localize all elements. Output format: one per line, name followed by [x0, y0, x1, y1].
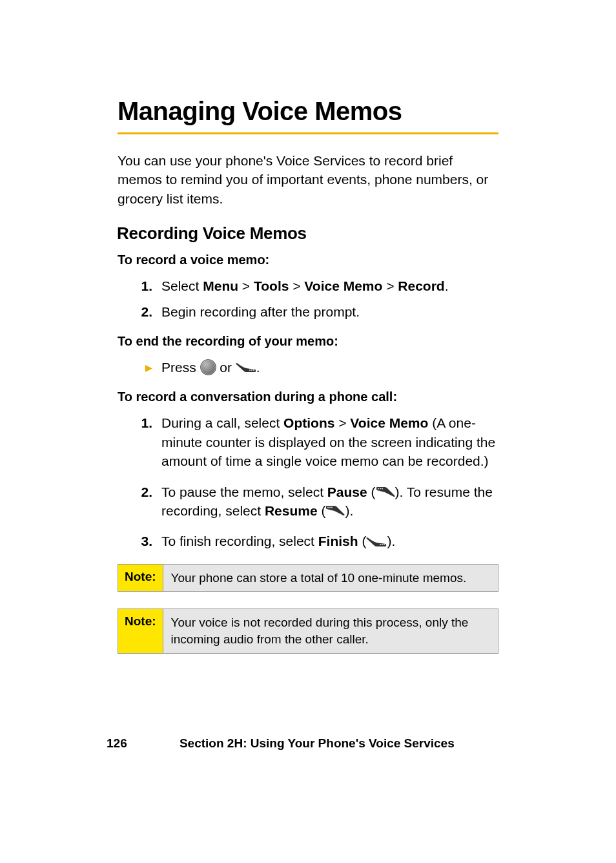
- ok-button-icon: [200, 359, 216, 375]
- paren: (: [318, 503, 326, 518]
- step-number: 1.: [128, 413, 161, 470]
- page-content: Managing Voice Memos You can use your ph…: [118, 97, 498, 671]
- page-footer: 126 Section 2H: Using Your Phone's Voice…: [107, 736, 507, 751]
- text: Press: [161, 360, 200, 375]
- bullet-item: Press or .: [128, 358, 498, 377]
- step-body: Begin recording after the prompt.: [161, 302, 498, 321]
- tools-label: Tools: [254, 278, 289, 293]
- note-box: Note: Your phone can store a total of 10…: [118, 564, 498, 592]
- right-softkey-icon: [366, 536, 387, 546]
- section-title: Section 2H: Using Your Phone's Voice Ser…: [127, 736, 507, 751]
- paren: ).: [395, 484, 407, 499]
- page-number: 126: [107, 736, 127, 751]
- options-label: Options: [283, 415, 334, 430]
- step-item: 2. Begin recording after the prompt.: [128, 302, 498, 321]
- svg-point-5: [380, 488, 381, 490]
- steps-record: 1. Select Menu > Tools > Voice Memo > Re…: [128, 276, 498, 321]
- paren: (: [367, 484, 376, 499]
- paren: ).: [387, 534, 395, 548]
- svg-point-4: [378, 488, 379, 490]
- page-title: Managing Voice Memos: [118, 97, 498, 126]
- note-label: Note:: [118, 565, 163, 592]
- svg-point-10: [380, 544, 382, 545]
- text: During a call, select: [161, 415, 283, 430]
- step-item: 1. During a call, select Options > Voice…: [128, 413, 498, 470]
- finish-label: Finish: [318, 534, 358, 548]
- resume-label: Resume: [265, 503, 318, 518]
- intro-paragraph: You can use your phone's Voice Services …: [118, 151, 498, 208]
- subheading-recording: Recording Voice Memos: [117, 224, 498, 244]
- text: To finish recording, select: [161, 534, 318, 548]
- lead-during-call: To record a conversation during a phone …: [118, 390, 498, 404]
- step-item: 1. Select Menu > Tools > Voice Memo > Re…: [128, 276, 498, 295]
- svg-point-1: [249, 370, 251, 371]
- note-label: Note:: [118, 609, 163, 652]
- lead-to-record: To record a voice memo:: [118, 253, 498, 267]
- voicememo-label: Voice Memo: [350, 415, 428, 430]
- sep: >: [289, 278, 304, 293]
- text: To pause the memo, select: [161, 484, 327, 499]
- menu-label: Menu: [203, 278, 238, 293]
- steps-during-call: 1. During a call, select Options > Voice…: [128, 413, 498, 550]
- svg-point-6: [382, 488, 383, 490]
- record-label: Record: [398, 278, 444, 293]
- right-softkey-icon: [236, 362, 256, 372]
- step-number: 3.: [128, 532, 161, 550]
- pause-label: Pause: [327, 484, 367, 499]
- bullet-end: Press or .: [128, 358, 498, 377]
- svg-marker-0: [145, 365, 152, 372]
- step-body: To finish recording, select Finish ().: [161, 532, 498, 550]
- note-body: Your phone can store a total of 10 one-m…: [163, 565, 498, 592]
- note-body: Your voice is not recorded during this p…: [163, 609, 498, 652]
- left-softkey-icon: [325, 505, 345, 517]
- step-number: 2.: [128, 483, 161, 521]
- step-item: 3. To finish recording, select Finish ()…: [128, 532, 498, 550]
- step-number: 2.: [128, 302, 161, 321]
- step-body: To pause the memo, select Pause (). To r…: [161, 483, 498, 521]
- text: or: [216, 360, 236, 375]
- paren: ).: [345, 503, 353, 518]
- svg-point-3: [253, 370, 254, 371]
- paren: (: [358, 534, 367, 548]
- sep: >: [238, 278, 254, 293]
- text: Select: [161, 278, 203, 293]
- svg-point-8: [330, 507, 331, 508]
- sep: >: [382, 278, 398, 293]
- svg-point-2: [251, 370, 252, 371]
- step-body: During a call, select Options > Voice Me…: [161, 413, 498, 470]
- step-number: 1.: [128, 276, 161, 295]
- svg-point-12: [384, 544, 385, 545]
- svg-point-9: [332, 507, 333, 508]
- bullet-body: Press or .: [161, 358, 498, 377]
- lead-to-end: To end the recording of your memo:: [118, 334, 498, 349]
- period: .: [445, 278, 449, 293]
- sep: >: [334, 415, 350, 430]
- left-softkey-icon: [376, 486, 395, 498]
- bullet-marker-icon: [128, 358, 161, 377]
- title-rule: [118, 132, 498, 134]
- svg-point-7: [328, 507, 329, 508]
- note-box: Note: Your voice is not recorded during …: [118, 608, 498, 653]
- step-body: Select Menu > Tools > Voice Memo > Recor…: [161, 276, 498, 295]
- svg-point-11: [382, 544, 384, 545]
- text: .: [256, 360, 260, 375]
- step-item: 2. To pause the memo, select Pause (). T…: [128, 483, 498, 521]
- voicememo-label: Voice Memo: [304, 278, 382, 293]
